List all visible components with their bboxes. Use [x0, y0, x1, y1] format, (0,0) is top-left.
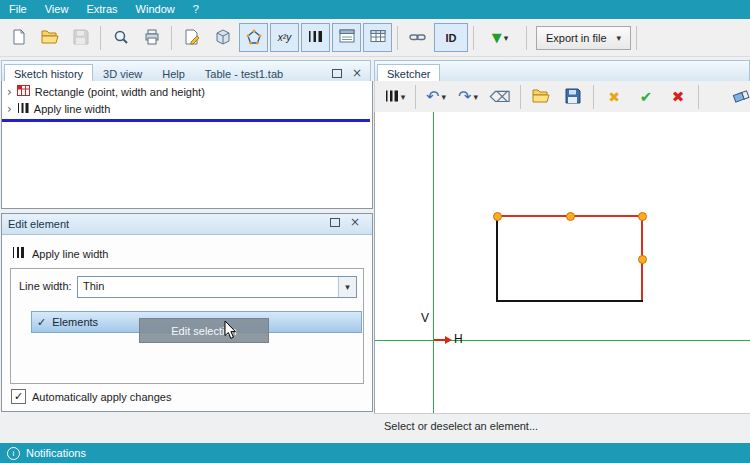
redo-button[interactable]: ↷▾	[453, 84, 483, 110]
handle-top-mid[interactable]	[566, 212, 575, 221]
status-text: Select or deselect an element...	[384, 420, 538, 432]
line-width-dropdown[interactable]: ▾	[380, 84, 410, 110]
undo-button[interactable]: ↶▾	[421, 84, 451, 110]
tree-row-label: Apply line width	[34, 103, 110, 115]
line-width-label: Line width:	[19, 280, 72, 292]
menu-extras[interactable]: Extras	[77, 0, 126, 19]
new-file-button[interactable]	[4, 23, 33, 52]
chevron-down-icon: ▾	[441, 92, 446, 102]
chevron-down-icon: ▾	[617, 33, 622, 43]
sketch-mode-button[interactable]	[239, 23, 268, 52]
selected-check-icon: ✓	[37, 316, 46, 329]
toolbar-separator	[171, 26, 172, 50]
eraser-button[interactable]	[726, 84, 750, 110]
tree-row-apply-line-width[interactable]: › Apply line width	[2, 100, 372, 117]
form-editor-button[interactable]	[332, 23, 361, 52]
print-button[interactable]	[137, 23, 166, 52]
zoom-button[interactable]	[106, 23, 135, 52]
rectangle-left-edge[interactable]	[496, 215, 498, 302]
elements-label: Elements	[52, 316, 98, 328]
panel-window-buttons: ×	[330, 217, 368, 231]
menu-file[interactable]: File	[0, 0, 36, 19]
formula-button[interactable]: x²y	[270, 23, 299, 52]
tab-sketcher[interactable]: Sketcher	[377, 64, 440, 82]
apply-button[interactable]: ✔	[631, 84, 661, 110]
notifications-icon: i	[7, 447, 20, 460]
green-check-icon: ✔	[640, 88, 653, 106]
tab-sketch-history[interactable]: Sketch history	[4, 64, 93, 82]
toolbar-separator	[397, 26, 398, 50]
open-sketch-button[interactable]	[526, 84, 556, 110]
edit-element-panel: Edit element × Apply line width Line wid…	[1, 213, 373, 412]
backspace-icon: ⌫	[489, 88, 510, 106]
auto-apply-checkbox[interactable]: ✓	[11, 389, 26, 404]
handle-top-left[interactable]	[493, 212, 502, 221]
rectangle-bottom-edge[interactable]	[496, 300, 643, 302]
chevron-down-icon: ▾	[504, 33, 509, 43]
magnifier-icon	[113, 29, 129, 47]
link-button[interactable]	[403, 23, 432, 52]
toolbar-separator	[526, 26, 527, 50]
line-width-select[interactable]: Thin ▾	[77, 276, 357, 298]
toolbar-separator	[415, 85, 416, 109]
sketch-canvas[interactable]: V H	[374, 112, 750, 413]
save-sketch-button[interactable]	[558, 84, 588, 110]
handle-right-mid[interactable]	[638, 255, 647, 264]
toolbar-separator	[473, 26, 474, 50]
export-button[interactable]: Export in file ▾	[536, 26, 631, 50]
id-button[interactable]: ID	[434, 23, 468, 52]
menu-window[interactable]: Window	[127, 0, 184, 19]
toolbar-separator	[100, 26, 101, 50]
combo-dropdown-icon[interactable]: ▾	[338, 277, 356, 297]
open-file-button[interactable]	[35, 23, 64, 52]
main-toolbar: x²y ID ▼▾ Export in file ▾	[0, 19, 750, 57]
menu-help[interactable]: ?	[184, 0, 208, 19]
maximize-icon[interactable]	[330, 218, 340, 227]
printer-icon	[144, 29, 160, 47]
redo-icon: ↷	[458, 90, 471, 104]
green-arrow-dropdown[interactable]: ▼▾	[479, 23, 521, 52]
green-triangle-icon: ▼	[492, 31, 502, 44]
tab-table-test1[interactable]: Table - test1.tab	[195, 64, 293, 82]
edit-document-button[interactable]	[177, 23, 206, 52]
line-width-tool-button[interactable]	[301, 23, 330, 52]
id-icon: ID	[446, 32, 457, 44]
cube-icon	[215, 29, 231, 47]
new-file-icon	[11, 29, 27, 47]
chain-link-icon	[409, 29, 426, 47]
table-button[interactable]	[363, 23, 392, 52]
edit-panel-header: Apply line width	[12, 246, 108, 261]
notifications-bar[interactable]: i Notifications	[0, 443, 750, 463]
delete-selection-button[interactable]: ✖	[599, 84, 629, 110]
close-icon[interactable]: ×	[352, 68, 362, 78]
edit-panel-title: Edit element	[8, 218, 69, 230]
v-axis-label: V	[421, 311, 429, 325]
toolbar-separator	[698, 85, 699, 109]
edit-header-label: Apply line width	[32, 248, 108, 260]
tab-help[interactable]: Help	[152, 64, 195, 82]
save-file-button	[66, 23, 95, 52]
delete-last-button[interactable]: ⌫	[485, 84, 515, 110]
sketcher-toolbar: ▾ ↶▾ ↷▾ ⌫ ✖ ✔ ✖	[374, 81, 750, 113]
maximize-icon[interactable]	[332, 69, 342, 78]
save-icon	[565, 88, 581, 106]
toolbar-separator	[593, 85, 594, 109]
tree-row-label: Rectangle (point, width and height)	[35, 86, 205, 98]
menu-view[interactable]: View	[36, 0, 78, 19]
expander-icon[interactable]: ›	[7, 87, 12, 97]
document-pencil-icon	[184, 29, 200, 47]
expander-icon[interactable]: ›	[7, 104, 12, 114]
line-width-icon	[17, 102, 29, 116]
cancel-button[interactable]: ✖	[663, 84, 693, 110]
mouse-cursor-icon	[224, 321, 238, 343]
close-icon[interactable]: ×	[350, 217, 360, 227]
history-position-marker[interactable]	[2, 119, 370, 122]
tab-3d-view[interactable]: 3D view	[93, 64, 152, 82]
tree-row-rectangle[interactable]: › Rectangle (point, width and height)	[2, 83, 372, 100]
chevron-down-icon: ▾	[401, 92, 406, 102]
auto-apply-row[interactable]: ✓ Automatically apply changes	[11, 389, 171, 404]
auto-apply-label: Automatically apply changes	[32, 391, 171, 403]
open-folder-icon	[41, 29, 59, 46]
handle-top-right[interactable]	[638, 212, 647, 221]
properties-button[interactable]	[208, 23, 237, 52]
